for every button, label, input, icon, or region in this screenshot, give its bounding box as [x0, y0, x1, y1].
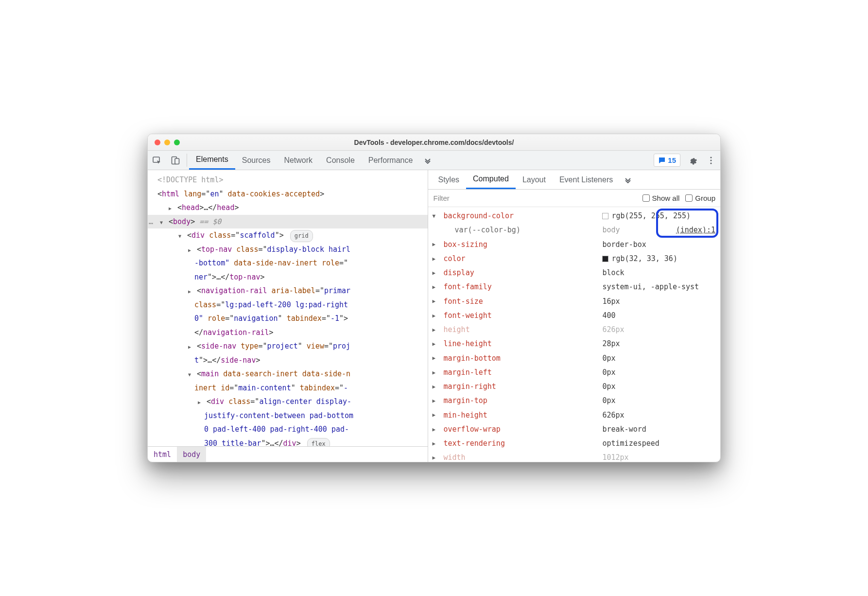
dom-topnav[interactable]: <top-nav class="display-block hairl	[148, 243, 428, 257]
svg-rect-2	[175, 158, 179, 164]
main-split: <!DOCTYPE html> <html lang="en" data-coo…	[148, 170, 720, 462]
breadcrumb: html body	[148, 446, 428, 462]
tab-performance[interactable]: Performance	[362, 151, 420, 170]
traffic-lights	[148, 140, 180, 145]
computed-row[interactable]: width1012px	[428, 451, 720, 462]
computed-row-bg-sub[interactable]: var(--color-bg) body (index):1	[428, 223, 720, 237]
elements-panel: <!DOCTYPE html> <html lang="en" data-coo…	[148, 170, 428, 462]
layout-badge-grid[interactable]: grid	[290, 230, 313, 242]
dom-html-open[interactable]: <html lang="en" data-cookies-accepted>	[148, 187, 428, 201]
dom-sidenav[interactable]: <side-nav type="project" view="proj	[148, 339, 428, 353]
inspect-element-icon[interactable]	[148, 151, 166, 170]
dom-navrail[interactable]: <navigation-rail aria-label="primar	[148, 284, 428, 298]
toolbar-separator	[187, 154, 187, 167]
dom-topnav-l2[interactable]: -bottom" data-side-nav-inert role="	[148, 256, 428, 270]
dom-topnav-l3[interactable]: ner">…</top-nav>	[148, 270, 428, 284]
filter-input[interactable]: Filter	[433, 194, 636, 202]
checkbox-icon	[642, 194, 650, 202]
more-menu-icon[interactable]	[702, 151, 720, 170]
computed-row[interactable]: box-sizingborder-box	[428, 238, 720, 252]
device-toolbar-icon[interactable]	[166, 151, 185, 170]
checkbox-icon	[685, 194, 693, 202]
window-title: DevTools - developer.chrome.com/docs/dev…	[148, 139, 720, 146]
more-tabs-icon[interactable]	[419, 151, 436, 170]
dom-navrail-l3[interactable]: 0" role="navigation" tabindex="-1">	[148, 312, 428, 326]
tab-network[interactable]: Network	[277, 151, 319, 170]
computed-row-background-color[interactable]: background-color rgb(255, 255, 255)	[428, 209, 720, 223]
side-tabs: Styles Computed Layout Event Listeners	[428, 170, 720, 190]
breadcrumb-body[interactable]: body	[177, 447, 206, 462]
layout-badge-flex[interactable]: flex	[307, 438, 330, 447]
computed-filter-bar: Filter Show all Group	[428, 190, 720, 207]
side-more-tabs-icon[interactable]	[620, 170, 636, 189]
svg-point-4	[710, 159, 712, 161]
dom-head[interactable]: <head>…</head>	[148, 201, 428, 215]
dom-inner-div1-l4[interactable]: 300 title-bar">…</div> flex	[148, 437, 428, 447]
side-tab-computed[interactable]: Computed	[466, 170, 516, 189]
main-toolbar: Elements Sources Network Console Perform…	[148, 151, 720, 170]
minimize-window-button[interactable]	[164, 140, 170, 145]
dom-main[interactable]: <main data-search-inert data-side-n	[148, 367, 428, 381]
svg-point-5	[710, 162, 712, 164]
dom-scaffold[interactable]: <div class="scaffold"> grid	[148, 228, 428, 243]
computed-row[interactable]: displayblock	[428, 266, 720, 280]
tab-elements[interactable]: Elements	[189, 151, 235, 170]
computed-row[interactable]: overflow-wrapbreak-word	[428, 422, 720, 437]
messages-count: 15	[668, 156, 676, 164]
breadcrumb-html[interactable]: html	[148, 447, 177, 462]
side-tab-styles[interactable]: Styles	[431, 170, 466, 189]
source-link[interactable]: (index):1	[676, 223, 715, 237]
dom-sidenav-l2[interactable]: t">…</side-nav>	[148, 353, 428, 368]
computed-row[interactable]: min-height626px	[428, 408, 720, 422]
computed-row[interactable]: margin-bottom0px	[428, 351, 720, 366]
dom-inner-div1-l2[interactable]: justify-content-between pad-bottom	[148, 409, 428, 423]
dom-inner-div1-l3[interactable]: 0 pad-left-400 pad-right-400 pad-	[148, 422, 428, 437]
tab-sources[interactable]: Sources	[235, 151, 278, 170]
side-tab-layout[interactable]: Layout	[516, 170, 553, 189]
dom-navrail-close[interactable]: </navigation-rail>	[148, 326, 428, 340]
computed-row[interactable]: font-weight400	[428, 309, 720, 323]
devtools-window: DevTools - developer.chrome.com/docs/dev…	[147, 134, 721, 462]
message-icon	[658, 157, 666, 164]
styles-side-panel: Styles Computed Layout Event Listeners F…	[428, 170, 720, 462]
group-checkbox[interactable]: Group	[685, 194, 715, 202]
close-window-button[interactable]	[155, 140, 160, 145]
color-swatch[interactable]	[602, 256, 608, 262]
computed-row[interactable]: margin-left0px	[428, 366, 720, 380]
computed-row[interactable]: line-height28px	[428, 337, 720, 351]
dom-tree[interactable]: <!DOCTYPE html> <html lang="en" data-coo…	[148, 170, 428, 446]
dom-doctype[interactable]: <!DOCTYPE html>	[148, 173, 428, 187]
console-messages-badge[interactable]: 15	[654, 154, 680, 167]
show-all-checkbox[interactable]: Show all	[642, 194, 680, 202]
computed-row[interactable]: font-size16px	[428, 295, 720, 309]
computed-row[interactable]: height626px	[428, 323, 720, 337]
dom-inner-div1[interactable]: <div class="align-center display-	[148, 395, 428, 409]
dom-body-selected[interactable]: <body> == $0	[148, 215, 428, 229]
computed-row[interactable]: margin-top0px	[428, 394, 720, 408]
computed-list[interactable]: background-color rgb(255, 255, 255) var(…	[428, 207, 720, 462]
svg-point-3	[710, 157, 712, 158]
computed-row[interactable]: margin-right0px	[428, 380, 720, 394]
color-swatch[interactable]	[602, 213, 608, 219]
zoom-window-button[interactable]	[174, 140, 180, 145]
dom-main-l2[interactable]: inert id="main-content" tabindex="-	[148, 381, 428, 395]
side-tab-event-listeners[interactable]: Event Listeners	[553, 170, 620, 189]
settings-icon[interactable]	[683, 151, 702, 170]
computed-row[interactable]: colorrgb(32, 33, 36)	[428, 252, 720, 266]
titlebar: DevTools - developer.chrome.com/docs/dev…	[148, 134, 720, 151]
dom-navrail-l2[interactable]: class="lg:pad-left-200 lg:pad-right	[148, 298, 428, 312]
computed-row[interactable]: text-renderingoptimizespeed	[428, 437, 720, 451]
computed-row[interactable]: font-familysystem-ui, -apple-syst	[428, 280, 720, 294]
tab-console[interactable]: Console	[319, 151, 362, 170]
